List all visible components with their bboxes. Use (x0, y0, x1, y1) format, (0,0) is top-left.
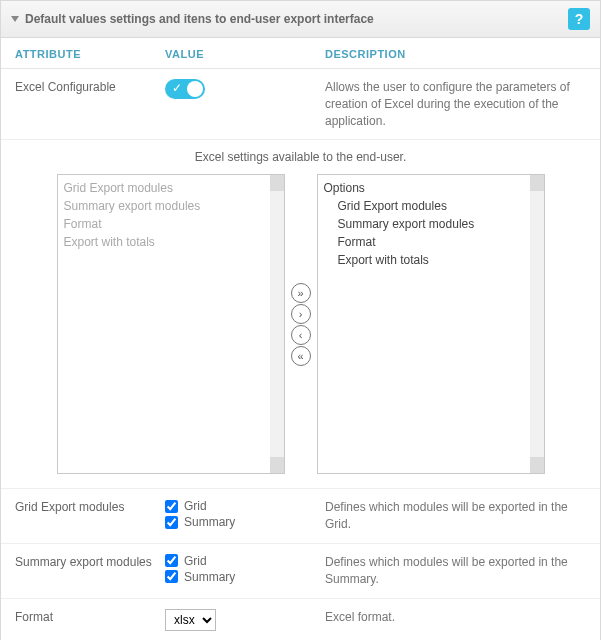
scroll-down-icon[interactable] (530, 457, 544, 473)
list-item[interactable]: Grid Export modules (324, 197, 538, 215)
attr-grid-export: Grid Export modules (15, 499, 165, 516)
header-attribute: ATTRIBUTE (15, 48, 165, 60)
checkbox-summary-export-grid[interactable] (165, 554, 178, 567)
list-item[interactable]: Format (324, 233, 538, 251)
available-listbox[interactable]: Grid Export modules Summary export modul… (57, 174, 285, 474)
collapse-icon[interactable] (11, 16, 19, 22)
list-item[interactable]: Export with totals (324, 251, 538, 269)
header-value: VALUE (165, 48, 325, 60)
attr-excel-configurable: Excel Configurable (15, 79, 165, 96)
scroll-down-icon[interactable] (270, 457, 284, 473)
row-excel-configurable: Excel Configurable ✓ Allows the user to … (1, 69, 600, 140)
check-icon: ✓ (172, 81, 182, 95)
list-item[interactable]: Summary export modules (324, 215, 538, 233)
label-summary-export-grid: Grid (184, 554, 207, 568)
list-item[interactable]: Export with totals (64, 233, 278, 251)
selected-listbox[interactable]: Options Grid Export modules Summary expo… (317, 174, 545, 474)
dual-list-section: Excel settings available to the end-user… (1, 140, 600, 489)
toggle-knob (187, 81, 203, 97)
row-format: Format xlsx Excel format. (1, 599, 600, 640)
label-grid-export-summary: Summary (184, 515, 235, 529)
move-left-button[interactable]: ‹ (291, 325, 311, 345)
help-button[interactable]: ? (568, 8, 590, 30)
list-item[interactable]: Summary export modules (64, 197, 278, 215)
move-all-right-button[interactable]: » (291, 283, 311, 303)
desc-format: Excel format. (325, 609, 586, 626)
row-grid-export: Grid Export modules Grid Summary Defines… (1, 489, 600, 544)
panel-title: Default values settings and itens to end… (25, 12, 374, 26)
move-all-left-button[interactable]: « (291, 346, 311, 366)
move-right-button[interactable]: › (291, 304, 311, 324)
attr-summary-export: Summary export modules (15, 554, 165, 571)
checkbox-grid-export-grid[interactable] (165, 500, 178, 513)
label-summary-export-summary: Summary (184, 570, 235, 584)
checkbox-summary-export-summary[interactable] (165, 570, 178, 583)
list-item[interactable]: Grid Export modules (64, 179, 278, 197)
header-description: DESCRIPTION (325, 48, 586, 60)
list-item[interactable]: Format (64, 215, 278, 233)
transfer-arrows: » › ‹ « (291, 283, 311, 366)
scrollbar[interactable] (530, 175, 544, 473)
checkbox-grid-export-summary[interactable] (165, 516, 178, 529)
scrollbar[interactable] (270, 175, 284, 473)
scroll-up-icon[interactable] (270, 175, 284, 191)
column-headers: ATTRIBUTE VALUE DESCRIPTION (1, 38, 600, 69)
format-select[interactable]: xlsx (165, 609, 216, 631)
scroll-up-icon[interactable] (530, 175, 544, 191)
desc-excel-configurable: Allows the user to configure the paramet… (325, 79, 586, 129)
list-group-header[interactable]: Options (324, 179, 538, 197)
settings-panel: Default values settings and itens to end… (0, 0, 601, 640)
desc-grid-export: Defines which modules will be exported i… (325, 499, 586, 533)
label-grid-export-grid: Grid (184, 499, 207, 513)
desc-summary-export: Defines which modules will be exported i… (325, 554, 586, 588)
panel-header: Default values settings and itens to end… (1, 1, 600, 38)
row-summary-export: Summary export modules Grid Summary Defi… (1, 544, 600, 599)
help-icon: ? (575, 11, 584, 27)
dual-list-caption: Excel settings available to the end-user… (15, 144, 586, 174)
toggle-excel-configurable[interactable]: ✓ (165, 79, 205, 99)
attr-format: Format (15, 609, 165, 626)
